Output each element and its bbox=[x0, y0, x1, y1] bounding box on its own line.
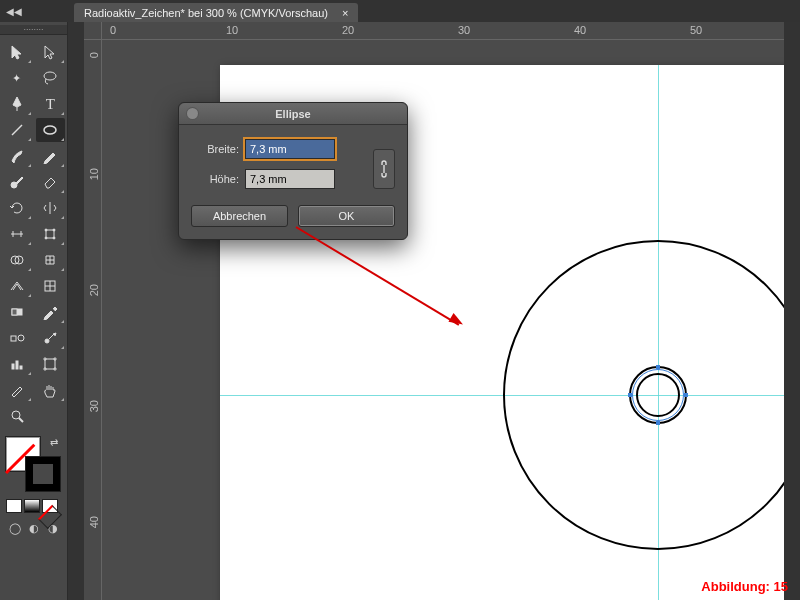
document-tab[interactable]: Radioaktiv_Zeichen* bei 300 % (CMYK/Vors… bbox=[74, 3, 358, 22]
ruler-tick: 0 bbox=[88, 52, 100, 58]
svg-rect-4 bbox=[46, 230, 54, 238]
right-edge bbox=[784, 22, 800, 600]
pencil-tool[interactable] bbox=[36, 144, 66, 168]
color-mode-solid[interactable] bbox=[6, 499, 22, 513]
circle-ring-inner[interactable] bbox=[636, 373, 680, 417]
tools-panel-grip[interactable]: ········ bbox=[0, 25, 67, 35]
svg-line-1 bbox=[12, 125, 22, 135]
ruler-tick: 0 bbox=[110, 24, 116, 36]
fill-stroke-swatches[interactable]: ⇄ bbox=[6, 437, 60, 491]
ruler-vertical[interactable]: 0 10 20 30 40 bbox=[84, 40, 102, 600]
cancel-button[interactable]: Abbrechen bbox=[191, 205, 288, 227]
cancel-button-label: Abbrechen bbox=[213, 210, 266, 222]
ruler-tick: 40 bbox=[574, 24, 586, 36]
gradient-tool[interactable] bbox=[2, 300, 32, 324]
perspective-grid-tool[interactable] bbox=[2, 274, 32, 298]
line-tool[interactable] bbox=[2, 118, 32, 142]
ruler-tick: 30 bbox=[88, 400, 100, 412]
height-label: Höhe: bbox=[191, 173, 239, 185]
shape-builder-tool[interactable] bbox=[2, 248, 32, 272]
blob-brush-tool[interactable] bbox=[2, 170, 32, 194]
mesh-tool[interactable] bbox=[36, 274, 66, 298]
width-label: Breite: bbox=[191, 143, 239, 155]
constrain-proportions-icon[interactable] bbox=[373, 149, 395, 189]
reflect-tool[interactable] bbox=[36, 196, 66, 220]
svg-rect-20 bbox=[45, 359, 55, 369]
panel-collapse-icon[interactable]: ◀◀ bbox=[6, 6, 22, 17]
svg-point-21 bbox=[12, 411, 20, 419]
svg-point-8 bbox=[53, 237, 55, 239]
ellipse-dialog: Ellipse Breite: Höhe: Abbrechen OK bbox=[178, 102, 408, 240]
zoom-tool[interactable] bbox=[2, 404, 32, 428]
svg-point-2 bbox=[44, 126, 56, 134]
ruler-tick: 10 bbox=[88, 168, 100, 180]
type-tool[interactable]: T bbox=[36, 92, 66, 116]
ruler-horizontal[interactable]: 0 10 20 30 40 50 60 bbox=[84, 22, 800, 40]
svg-point-0 bbox=[44, 72, 56, 80]
free-transform-tool[interactable] bbox=[36, 222, 66, 246]
column-graph-tool[interactable] bbox=[2, 352, 32, 376]
anchor-point[interactable] bbox=[684, 393, 688, 397]
pen-tool[interactable] bbox=[2, 92, 32, 116]
lasso-tool[interactable] bbox=[36, 66, 66, 90]
ruler-tick: 10 bbox=[226, 24, 238, 36]
stroke-swatch[interactable] bbox=[26, 457, 60, 491]
width-tool[interactable] bbox=[2, 222, 32, 246]
artboard-tool[interactable] bbox=[36, 352, 66, 376]
svg-point-7 bbox=[45, 237, 47, 239]
height-input[interactable] bbox=[245, 169, 335, 189]
color-mode-swatches bbox=[6, 499, 61, 513]
figure-caption: Abbildung: 15 bbox=[701, 579, 788, 594]
app-menu-bar: ◀◀ Radioaktiv_Zeichen* bei 300 % (CMYK/V… bbox=[0, 0, 800, 22]
svg-rect-14 bbox=[11, 336, 16, 341]
close-icon[interactable]: × bbox=[342, 7, 348, 19]
live-paint-tool[interactable] bbox=[36, 248, 66, 272]
svg-rect-13 bbox=[12, 309, 17, 315]
slice-tool[interactable] bbox=[2, 378, 32, 402]
direct-selection-tool[interactable] bbox=[36, 40, 66, 64]
anchor-point[interactable] bbox=[656, 421, 660, 425]
svg-point-15 bbox=[18, 335, 24, 341]
svg-rect-17 bbox=[12, 364, 14, 369]
svg-point-6 bbox=[53, 229, 55, 231]
svg-line-22 bbox=[19, 418, 23, 422]
ruler-tick: 40 bbox=[88, 516, 100, 528]
rotate-tool[interactable] bbox=[2, 196, 32, 220]
color-mode-none[interactable] bbox=[42, 499, 58, 513]
svg-point-5 bbox=[45, 229, 47, 231]
selection-tool[interactable] bbox=[2, 40, 32, 64]
svg-rect-19 bbox=[20, 366, 22, 369]
ok-button-label: OK bbox=[339, 210, 355, 222]
anchor-point[interactable] bbox=[628, 393, 632, 397]
ruler-tick: 20 bbox=[342, 24, 354, 36]
draw-normal-icon[interactable]: ◯ bbox=[6, 519, 23, 537]
color-mode-gradient[interactable] bbox=[24, 499, 40, 513]
draw-behind-icon[interactable]: ◐ bbox=[25, 519, 42, 537]
dialog-title: Ellipse bbox=[275, 108, 310, 120]
ruler-tick: 50 bbox=[690, 24, 702, 36]
ruler-origin[interactable] bbox=[84, 22, 102, 40]
ruler-tick: 20 bbox=[88, 284, 100, 296]
symbol-sprayer-tool[interactable] bbox=[36, 326, 66, 350]
blend-tool[interactable] bbox=[2, 326, 32, 350]
eraser-tool[interactable] bbox=[36, 170, 66, 194]
svg-rect-18 bbox=[16, 361, 18, 369]
traffic-light-close-icon[interactable] bbox=[187, 108, 198, 119]
svg-point-16 bbox=[45, 339, 49, 343]
hand-tool[interactable] bbox=[36, 378, 66, 402]
eyedropper-tool[interactable] bbox=[36, 300, 66, 324]
magic-wand-tool[interactable]: ✦ bbox=[2, 66, 32, 90]
dialog-titlebar[interactable]: Ellipse bbox=[179, 103, 407, 125]
width-input[interactable] bbox=[245, 139, 335, 159]
paintbrush-tool[interactable] bbox=[2, 144, 32, 168]
ruler-tick: 30 bbox=[458, 24, 470, 36]
tools-panel: ········ ✦ T bbox=[0, 22, 68, 600]
anchor-point[interactable] bbox=[656, 365, 660, 369]
document-tab-title: Radioaktiv_Zeichen* bei 300 % (CMYK/Vors… bbox=[84, 7, 328, 19]
ellipse-tool[interactable] bbox=[36, 118, 66, 142]
swap-fill-stroke-icon[interactable]: ⇄ bbox=[50, 437, 58, 448]
ok-button[interactable]: OK bbox=[298, 205, 395, 227]
